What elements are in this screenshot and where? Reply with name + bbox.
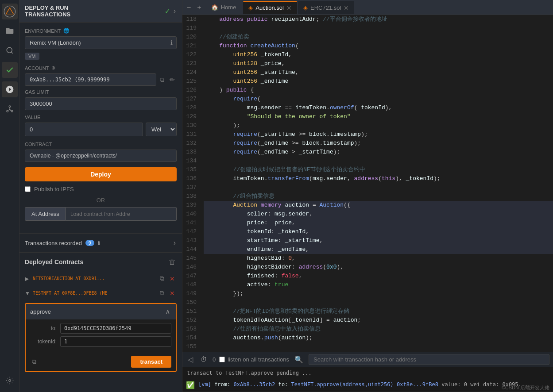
line-num-144: 144: [182, 245, 204, 254]
account-plus-icon: ⊕: [51, 65, 55, 71]
environment-select[interactable]: Remix VM (London): [25, 37, 167, 49]
erc721-sol-close-icon[interactable]: ✕: [344, 4, 349, 12]
approve-to-input[interactable]: [60, 323, 171, 334]
line-num-141: 141: [182, 219, 204, 227]
code-editor: 118 address public recipientAddr; //平台佣金…: [182, 15, 553, 352]
contract-select[interactable]: Ownable - @openzeppelin/contracts/: [25, 150, 176, 161]
compiler-check-icon[interactable]: [2, 62, 18, 78]
contract1-remove-button[interactable]: ✕: [168, 273, 177, 284]
line-num-126: 126: [182, 86, 204, 95]
value-row: Wei Gwei Ether: [25, 123, 177, 136]
line-num-151: 151: [182, 307, 204, 316]
at-address-input[interactable]: [66, 207, 177, 221]
expand-icon[interactable]: ›: [173, 6, 177, 16]
contract2-copy-button[interactable]: ⧉: [158, 288, 166, 299]
tx-info-icon[interactable]: ℹ: [98, 240, 100, 246]
erc721-sol-tab-icon: ◈: [303, 4, 308, 11]
approve-title: approve: [30, 308, 51, 315]
settings-icon[interactable]: [2, 373, 18, 388]
line-num-131: 131: [182, 130, 204, 139]
line-content-151: //把NFT的ID信息和拍卖的信息进行绑定存储: [204, 307, 553, 316]
panel-content: ENVIRONMENT 🌐 Remix VM (London) ℹ VM ACC…: [19, 23, 182, 233]
auction-sol-tab-label: Auction.sol: [255, 4, 284, 11]
svg-point-3: [9, 106, 11, 108]
approve-collapse-icon[interactable]: ∧: [164, 307, 171, 317]
account-select[interactable]: 0xAb8...35cb2 (99.9999999: [25, 73, 156, 86]
line-num-143: 143: [182, 236, 204, 245]
home-icon: 🏠: [211, 4, 218, 11]
account-row: 0xAb8...35cb2 (99.9999999 ⧉ ✏: [25, 73, 177, 86]
console-back-icon[interactable]: ◁: [186, 354, 195, 365]
console-search-icon[interactable]: 🔍: [293, 354, 305, 365]
code-line-131: 131 require(_startTime >= block.timestam…: [182, 130, 553, 139]
environment-select-wrapper: Remix VM (London) ℹ: [25, 36, 177, 49]
listen-label: listen on all transactions: [228, 356, 289, 363]
gas-limit-input[interactable]: [25, 97, 177, 110]
clear-contracts-button[interactable]: 🗑: [168, 257, 177, 267]
remix-logo-icon[interactable]: [2, 4, 18, 19]
code-line-137: 137: [182, 183, 553, 192]
line-num-152: 152: [182, 316, 204, 325]
console-log-entry: ✅ [vm] from: 0xAb8...35cb2 to: TestNFT.a…: [182, 379, 553, 392]
zoom-in-button[interactable]: +: [194, 2, 204, 13]
approve-tokenid-input[interactable]: [60, 336, 171, 347]
files-icon[interactable]: [2, 23, 18, 39]
contract1-name: NFTSTOREAUCTION AT 0XD91...: [33, 276, 155, 281]
zoom-out-button[interactable]: −: [184, 2, 193, 13]
line-content-130: );: [204, 121, 553, 130]
gas-limit-label: GAS LIMIT: [25, 89, 177, 95]
wei-select[interactable]: Wei Gwei Ether: [146, 123, 177, 136]
line-num-150: 150: [182, 298, 204, 307]
deploy-button[interactable]: Deploy: [25, 167, 177, 181]
publish-checkbox[interactable]: [25, 186, 31, 192]
tab-erc721-sol[interactable]: ◈ ERC721.sol ✕: [298, 1, 354, 14]
contract2-remove-button[interactable]: ✕: [168, 288, 177, 299]
console-clock-icon[interactable]: ⏱: [198, 355, 209, 365]
line-content-134: [204, 157, 553, 165]
line-num-125: 125: [182, 77, 204, 86]
tab-home[interactable]: 🏠 Home: [205, 1, 243, 13]
deployed-contracts-title: Deployed Contracts: [25, 258, 83, 265]
code-line-142: 142 tokenId: _tokenId,: [182, 227, 553, 236]
transactions-title: Transactions recorded 9 ℹ: [25, 240, 100, 246]
tx-expand-icon[interactable]: ›: [173, 238, 177, 248]
edit-account-button[interactable]: ✏: [168, 74, 177, 85]
code-line-149: 149 });: [182, 289, 553, 298]
listen-checkbox[interactable]: [219, 357, 225, 362]
line-content-129: "Should be the owner of token": [204, 112, 553, 121]
contract1-copy-button[interactable]: ⧉: [158, 273, 166, 284]
code-line-124: 124 uint256 _startTime,: [182, 68, 553, 77]
line-num-132: 132: [182, 139, 204, 148]
approve-copy-button[interactable]: ⧉: [30, 356, 38, 367]
git-icon[interactable]: [2, 101, 18, 117]
contract2-expand-icon[interactable]: ▼: [25, 290, 30, 296]
environment-label: ENVIRONMENT 🌐: [25, 28, 177, 34]
code-line-123: 123 uint128 _price,: [182, 59, 553, 68]
auction-sol-close-icon[interactable]: ✕: [286, 4, 292, 12]
copy-account-button[interactable]: ⧉: [158, 74, 166, 85]
approve-to-field: to:: [30, 323, 171, 334]
deploy-icon[interactable]: [2, 81, 18, 97]
line-content-123: uint128 _price,: [204, 59, 553, 68]
line-content-154: auctions.push(auction);: [204, 334, 553, 342]
tx-count-badge: 9: [85, 240, 94, 246]
tab-auction-sol[interactable]: ◈ Auction.sol ✕: [243, 1, 297, 14]
contract1-expand-icon[interactable]: ▶: [25, 276, 30, 282]
approve-body: to: tokenId:: [26, 319, 176, 353]
line-num-142: 142: [182, 227, 204, 236]
line-num-138: 138: [182, 192, 204, 201]
line-content-149: });: [204, 289, 553, 298]
value-input[interactable]: [25, 123, 143, 136]
code-line-134: 134: [182, 157, 553, 165]
search-icon[interactable]: [2, 42, 18, 58]
console-search-input[interactable]: [309, 354, 549, 365]
at-address-button[interactable]: At Address: [25, 207, 66, 221]
transact-button[interactable]: transact: [131, 356, 171, 368]
code-line-129: 129 "Should be the owner of token": [182, 112, 553, 121]
line-num-147: 147: [182, 272, 204, 281]
code-line-141: 141 price: _price,: [182, 219, 553, 227]
environment-info-btn[interactable]: ℹ: [167, 39, 176, 46]
transactions-header[interactable]: Transactions recorded 9 ℹ ›: [25, 238, 177, 248]
line-content-144: endTime: _endTime,: [204, 245, 553, 254]
line-content-150: [204, 298, 553, 307]
